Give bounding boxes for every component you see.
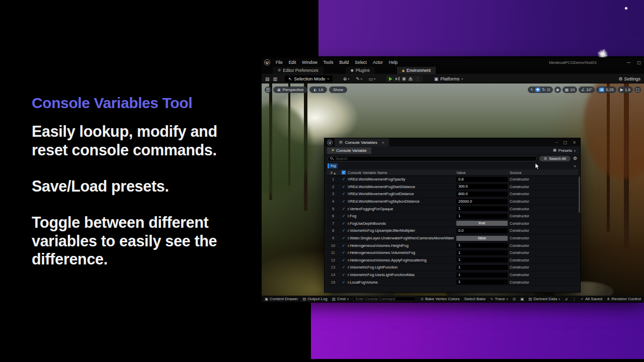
- console-command-input[interactable]: [353, 297, 416, 301]
- table-row[interactable]: 12 r.HeterogeneousVolumes.ApplyFogInscat…: [327, 257, 578, 264]
- move-tool-icon[interactable]: ✚: [535, 87, 541, 92]
- value-field[interactable]: 1: [456, 265, 508, 270]
- tab-plugins[interactable]: ● Plugins: [346, 67, 375, 74]
- camera-speed-control[interactable]: ▶ 1.6: [618, 86, 633, 93]
- checkbox-checked-icon[interactable]: [340, 243, 348, 248]
- settings-button[interactable]: ⚙ Settings: [618, 76, 640, 81]
- tab-editor-preferences[interactable]: ⚙ Editor Preferences: [273, 67, 324, 74]
- value-field[interactable]: 1: [456, 214, 508, 219]
- output-log-button[interactable]: ▤ Output Log: [302, 297, 328, 301]
- filter-chip[interactable]: fog: [328, 163, 338, 168]
- scrollbar[interactable]: [579, 176, 580, 213]
- table-row[interactable]: 15 r.LocalFogVolume 1 Constructor: [327, 279, 578, 286]
- table-row[interactable]: 13 r.VolumetricFog.LightFunction 1 Const…: [327, 264, 578, 272]
- scale-tool-icon[interactable]: ⊡: [547, 87, 550, 92]
- gear-icon[interactable]: ⚙: [573, 156, 577, 161]
- checkbox-checked-icon[interactable]: [340, 177, 348, 182]
- world-space-toggle[interactable]: ◉: [554, 86, 561, 93]
- save-icon[interactable]: ▤: [265, 76, 270, 81]
- minimize-icon[interactable]: –: [556, 140, 558, 145]
- play-button[interactable]: [389, 77, 392, 81]
- kebab-menu-icon[interactable]: ⋮: [416, 76, 420, 81]
- minimize-icon[interactable]: —: [626, 60, 630, 65]
- cinematics-button[interactable]: ▭ ▾: [369, 76, 376, 81]
- target-icon[interactable]: ◎: [513, 297, 516, 301]
- camera-icon[interactable]: ▣: [520, 297, 524, 301]
- value-field[interactable]: true: [456, 221, 508, 226]
- table-row[interactable]: 3 VREd.WorldMovementFogEndDistance 800.0…: [327, 191, 578, 198]
- restore-icon[interactable]: □: [564, 140, 568, 145]
- value-field[interactable]: 1: [456, 280, 508, 285]
- add-console-variable-button[interactable]: + Console Variable: [327, 147, 371, 154]
- table-row[interactable]: 14 r.VolumetricFog.UsesLightFunctionAtla…: [327, 272, 578, 279]
- show-dropdown[interactable]: Show: [329, 86, 347, 93]
- content-browser-icon[interactable]: ▥: [273, 76, 278, 81]
- selection-mode-dropdown[interactable]: ↖ Selection Mode ▾: [285, 75, 333, 82]
- rotate-tool-icon[interactable]: ↻: [542, 87, 545, 92]
- menu-item[interactable]: Help: [389, 60, 397, 65]
- select-bake-button[interactable]: Select Bake: [464, 297, 486, 301]
- table-row[interactable]: 11 r.HeterogeneousVolumes.VolumetricFog …: [327, 249, 578, 257]
- checkbox-checked-icon[interactable]: [340, 228, 348, 233]
- checkbox-checked-icon[interactable]: ✓: [342, 170, 346, 174]
- revision-control-button[interactable]: ⋔ Revision Control: [607, 297, 641, 301]
- checkbox-checked-icon[interactable]: [340, 250, 348, 255]
- console-variables-tab[interactable]: ▤ Console Variables ×: [335, 138, 389, 146]
- table-row[interactable]: 4 VREd.WorldMovementFogSkyboxDistance 20…: [327, 198, 578, 206]
- add-actor-button[interactable]: ⊕ ▾: [343, 76, 350, 81]
- value-field[interactable]: 1: [456, 257, 508, 262]
- lit-dropdown[interactable]: ◐ Lit: [309, 86, 327, 93]
- value-field[interactable]: 1: [456, 243, 508, 248]
- checkbox-checked-icon[interactable]: [340, 236, 348, 240]
- menu-item[interactable]: Edit: [289, 60, 296, 65]
- value-field[interactable]: 20000.0: [456, 199, 508, 204]
- network-icon[interactable]: ⊿: [565, 297, 568, 301]
- bake-vertex-colors-button[interactable]: ⊙ Bake Vertex Colors: [421, 297, 460, 301]
- tab-environment[interactable]: ▲ Environment: [397, 67, 436, 74]
- trace-dropdown[interactable]: ∿ Trace ▾: [490, 297, 508, 301]
- checkbox-checked-icon[interactable]: [340, 199, 348, 204]
- table-row[interactable]: 8 r.VolumetricFog.UpsampleJitterMultipli…: [327, 227, 578, 235]
- viewport-scene[interactable]: ▣ Perspective ◐ Lit Show ↖ ✚ ↻ ⊡ ◉ ▦ 10: [262, 83, 644, 296]
- grid-snap-control[interactable]: ▦ 10: [562, 86, 577, 93]
- table-row[interactable]: 5 r.VertexFoggingForOpaque 1 Constructor: [327, 205, 578, 213]
- table-row[interactable]: 1 VREd.WorldMovementFogOpacity 0.8 Const…: [327, 176, 578, 184]
- checkbox-checked-icon[interactable]: [340, 265, 348, 269]
- checkbox-checked-icon[interactable]: [340, 221, 348, 226]
- eject-button[interactable]: [409, 77, 413, 80]
- value-field[interactable]: 300.0: [456, 184, 508, 189]
- search-all-button[interactable]: ◎ Search All: [539, 156, 571, 161]
- table-header[interactable]: # ▲ ✓ Console Variable Name Value Source: [327, 169, 578, 176]
- value-field[interactable]: 1: [456, 250, 508, 255]
- scale-snap-control[interactable]: ⊞ 0.25: [596, 86, 616, 93]
- perspective-dropdown[interactable]: ▣ Perspective: [273, 86, 307, 93]
- close-icon[interactable]: ×: [573, 140, 576, 145]
- close-tab-icon[interactable]: ×: [382, 140, 384, 145]
- value-field[interactable]: 1: [456, 273, 508, 278]
- menu-item[interactable]: Tools: [324, 60, 334, 65]
- platforms-dropdown[interactable]: ▣ Platforms ▾: [434, 76, 463, 81]
- table-row[interactable]: 10 r.HeterogeneousVolumes.HeightFog 1 Co…: [327, 242, 578, 249]
- blueprints-button[interactable]: ✎ ▾: [356, 76, 362, 81]
- value-field[interactable]: 0.8: [456, 177, 508, 182]
- derived-data-dropdown[interactable]: ▤ Derived Data ▾: [528, 297, 560, 301]
- cmd-dropdown[interactable]: ▥ Cmd ▾: [332, 297, 349, 301]
- step-button[interactable]: [395, 77, 399, 80]
- table-row[interactable]: 6 r.Fog 1 Constructor: [327, 213, 578, 220]
- checkbox-checked-icon[interactable]: [340, 192, 348, 196]
- table-row[interactable]: 9 r.Water.SingleLayer.UnderwaterFogWhenC…: [327, 235, 578, 242]
- value-field[interactable]: 0.0: [456, 228, 508, 233]
- viewport-options-button[interactable]: [265, 86, 271, 93]
- checkbox-checked-icon[interactable]: [340, 273, 348, 277]
- search-input[interactable]: [328, 156, 537, 161]
- menu-item[interactable]: Build: [339, 60, 349, 65]
- kebab-menu-icon[interactable]: ⋮: [572, 297, 576, 301]
- select-tool-icon[interactable]: ↖: [530, 87, 534, 92]
- clear-filter-icon[interactable]: ×: [574, 164, 576, 168]
- menu-item[interactable]: Select: [355, 60, 367, 65]
- stop-button[interactable]: [403, 77, 406, 80]
- value-field[interactable]: 800.0: [456, 192, 508, 197]
- checkbox-checked-icon[interactable]: [340, 214, 348, 218]
- checkbox-checked-icon[interactable]: [340, 185, 348, 189]
- content-drawer-button[interactable]: ▣ Content Drawer: [265, 297, 298, 301]
